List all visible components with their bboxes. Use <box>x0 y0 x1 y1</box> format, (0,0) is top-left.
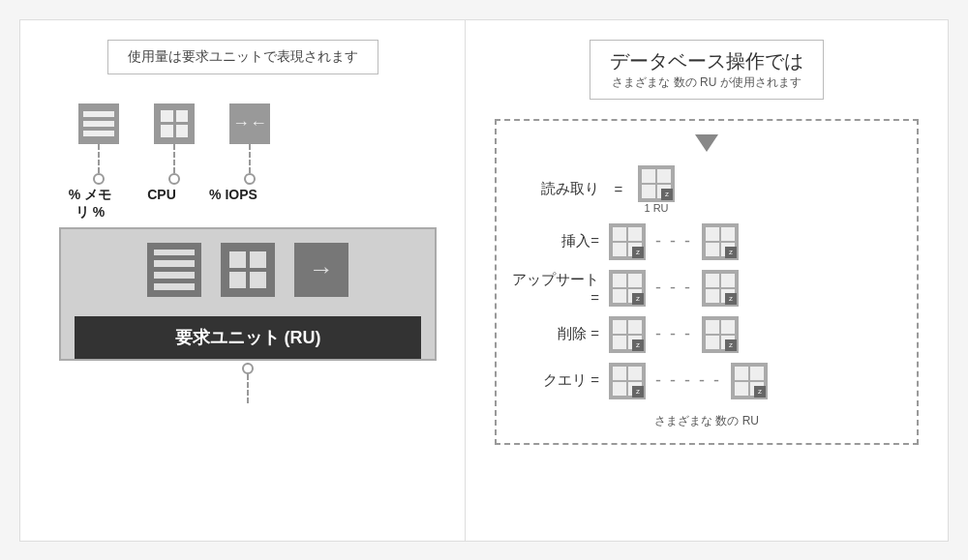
right-title-box: データベース操作では さまざまな 数の RU が使用されます <box>590 40 824 100</box>
labels-row: % メモリ % CPU % IOPS <box>63 187 260 221</box>
ops-row-upsert: アップサート= z - - - z <box>512 270 901 307</box>
large-cpu-icon <box>221 243 275 297</box>
left-title-text: 使用量は要求ユニットで表現されます <box>128 48 358 64</box>
upsert-db-icon1: z <box>609 270 646 307</box>
memory-label: % メモリ % <box>63 187 117 221</box>
query-db-icon2: z <box>731 363 768 399</box>
query-label: クエリ = <box>512 371 599 390</box>
cpu-icon-wrapper <box>154 103 195 185</box>
operations-area: 読み取り = z 1 RU 挿入= <box>495 119 919 445</box>
memory-icon-wrapper <box>78 103 119 185</box>
query-dots: - - - - - <box>655 370 721 391</box>
delete-label: 削除 = <box>512 325 599 343</box>
ops-row-read: 読み取り = z 1 RU <box>512 165 901 214</box>
upsert-label: アップサート= <box>512 271 599 306</box>
small-cpu-icon <box>154 103 195 144</box>
right-panel: データベース操作では さまざまな 数の RU が使用されます 読み取り = <box>466 20 948 541</box>
main-box: → 要求ユニット (RU) <box>59 227 437 361</box>
insert-dots: - - - <box>655 231 692 251</box>
query-db-icon1: z <box>609 363 646 399</box>
main-container: 使用量は要求ユニットで表現されます <box>19 19 949 542</box>
ops-bottom-label: さまざまな 数の RU <box>512 413 901 429</box>
iops-icon-wrapper: →← <box>229 103 270 185</box>
right-title-sub: さまざまな 数の RU が使用されます <box>610 74 803 91</box>
arrow-down-icon <box>695 134 718 152</box>
ops-row-delete: 削除 = z - - - z <box>512 316 901 353</box>
small-memory-icon <box>78 103 119 144</box>
small-iops-icon: →← <box>229 103 270 144</box>
read-db-icon: z <box>638 165 675 202</box>
read-ru-label: 1 RU <box>644 202 668 214</box>
read-label: 読み取り <box>512 180 599 198</box>
insert-label: 挿入= <box>512 232 599 251</box>
delete-db-icon2: z <box>702 316 739 353</box>
iops-label: % IOPS <box>206 187 260 221</box>
large-iops-icon: → <box>294 243 348 297</box>
upsert-dots: - - - <box>655 278 692 298</box>
right-title-main: データベース操作では <box>610 48 803 74</box>
read-eq: = <box>609 181 628 197</box>
delete-db-icon1: z <box>609 316 646 353</box>
delete-dots: - - - <box>655 324 692 344</box>
ops-row-query: クエリ = z - - - - - z <box>512 363 901 399</box>
top-arrow <box>695 134 718 156</box>
insert-db-icon1: z <box>609 223 646 260</box>
main-box-icons-row: → <box>147 243 348 297</box>
cpu-label: CPU <box>135 187 189 221</box>
ru-bar-label: 要求ユニット (RU) <box>175 328 321 347</box>
insert-db-icon2: z <box>702 223 739 260</box>
ru-bar: 要求ユニット (RU) <box>75 316 421 359</box>
ops-row-insert: 挿入= z - - - z <box>512 223 901 260</box>
left-title-box: 使用量は要求ユニットで表現されます <box>107 40 378 74</box>
left-panel: 使用量は要求ユニットで表現されます <box>20 20 466 541</box>
large-memory-icon <box>147 243 201 297</box>
upsert-db-icon2: z <box>702 270 739 307</box>
